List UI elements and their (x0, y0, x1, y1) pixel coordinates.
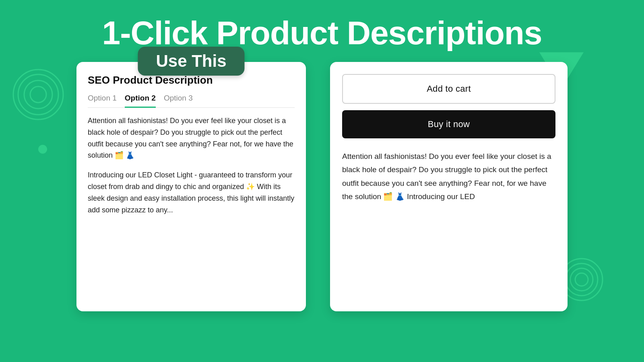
description-para1: Attention all fashionistas! Do you ever … (88, 115, 295, 161)
product-card: SEO Product Description Option 1 Option … (76, 62, 306, 311)
use-this-button[interactable]: Use This (138, 47, 244, 76)
tab-option1[interactable]: Option 1 (88, 94, 117, 108)
shopify-card: Add to cart Buy it now Attention all fas… (330, 62, 568, 311)
tab-option2[interactable]: Option 2 (125, 94, 156, 108)
right-panel: Add to cart Buy it now Attention all fas… (330, 62, 568, 311)
main-content: Use This SEO Product Description Option … (0, 62, 644, 311)
buy-it-now-button[interactable]: Buy it now (342, 110, 555, 138)
page-header: 1-Click Product Descriptions (0, 0, 644, 62)
add-to-cart-button[interactable]: Add to cart (342, 74, 555, 104)
product-card-title: SEO Product Description (88, 74, 295, 86)
page-title: 1-Click Product Descriptions (0, 14, 644, 52)
description-para2: Introducing our LED Closet Light - guara… (88, 169, 295, 216)
left-panel: Use This SEO Product Description Option … (76, 62, 306, 311)
tab-option3[interactable]: Option 3 (164, 94, 193, 108)
tabs-container: Option 1 Option 2 Option 3 (88, 94, 295, 108)
shopify-description: Attention all fashionistas! Do you ever … (342, 150, 555, 203)
